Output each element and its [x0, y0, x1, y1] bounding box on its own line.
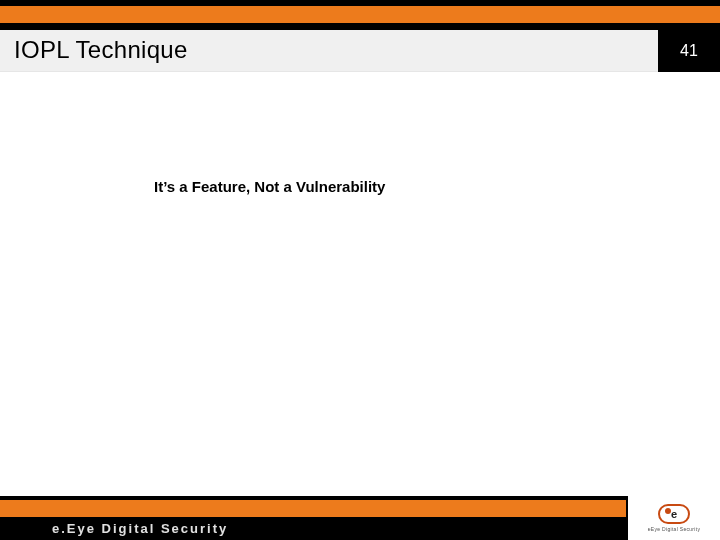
page-number-box: 41 [658, 30, 720, 72]
logo-subtext: eEye Digital Security [648, 526, 700, 532]
eye-logo-icon: e [658, 504, 690, 524]
top-border-orange [0, 6, 720, 23]
footer-brand-text: e.Eye Digital Security [52, 521, 228, 536]
body-headline: It’s a Feature, Not a Vulnerability [154, 178, 385, 195]
slide-title: IOPL Technique [14, 36, 188, 64]
page-number: 41 [680, 42, 698, 60]
slide: IOPL Technique 41 It’s a Feature, Not a … [0, 0, 720, 540]
footer-logo-panel: e eEye Digital Security [626, 496, 720, 540]
logo-letter: e [671, 509, 677, 520]
footer-border-orange [0, 500, 720, 517]
top-border-black-lower [0, 23, 720, 30]
